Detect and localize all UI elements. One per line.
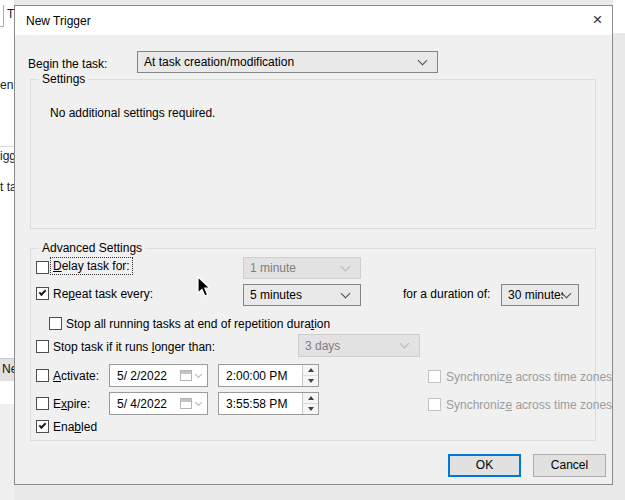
calendar-icon [180,370,192,381]
begin-task-select[interactable]: At task creation/modification [137,51,438,73]
expire-date-value: 5/ 4/2022 [110,397,180,411]
background-row-text-fragment: t ta [0,180,14,194]
spinner-up-icon [308,396,314,400]
stop-task-duration-select: 3 days [298,334,420,357]
spinner-up-button[interactable] [303,393,318,403]
spinner-up-icon [308,368,314,372]
settings-group-label: Settings [39,72,88,86]
stop-task-duration-value: 3 days [305,339,401,353]
activate-checkbox[interactable] [36,369,49,382]
calendar-icon-header [181,399,191,402]
spinner-down-icon [308,407,314,411]
stop-task-if-longer-checkbox[interactable] [36,340,49,353]
focus-rectangle: Delay task for: [51,258,132,274]
chevron-down-icon [341,261,351,271]
activate-sync-timezones-checkbox [428,370,441,383]
settings-message: No additional settings required. [50,106,215,120]
delay-duration-value: 1 minute [250,261,342,275]
dialog-titlebar[interactable]: New Trigger × [15,6,612,35]
begin-task-selected-value: At task creation/modification [144,55,419,69]
duration-value: 30 minutes [508,288,563,302]
duration-label: for a duration of: [403,287,490,301]
background-new-button-partial[interactable]: Ne [0,358,14,381]
activate-label[interactable]: Activate: [53,369,99,383]
expire-date-picker[interactable]: 5/ 4/2022 [109,392,208,415]
repeat-task-label[interactable]: Repeat task every: [53,287,153,301]
background-separator [0,146,14,147]
delay-task-checkbox[interactable] [36,261,49,274]
background-window-area [613,0,625,33]
repeat-task-checkbox[interactable] [36,287,49,300]
checkmark-icon [39,421,47,429]
enabled-label[interactable]: Enabled [53,420,97,434]
repeat-interval-select[interactable]: 5 minutes [243,284,361,306]
calendar-icon-header [181,371,191,374]
expire-checkbox[interactable] [36,397,49,410]
background-window-area [0,404,14,500]
close-icon[interactable]: × [583,6,612,35]
chevron-down-icon[interactable] [195,399,202,406]
expire-time-value: 3:55:58 PM [219,397,302,411]
stop-all-tasks-label[interactable]: Stop all running tasks at end of repetit… [66,317,330,331]
background-text-fragment: en y [0,78,14,92]
activate-time-value: 2:00:00 PM [219,369,302,383]
background-window-area [0,381,14,404]
dialog-title: New Trigger [26,14,91,28]
activate-time-spinner [302,365,318,386]
enabled-checkbox[interactable] [36,420,49,433]
begin-task-label: Begin the task: [28,57,107,71]
expire-time-field[interactable]: 3:55:58 PM [218,392,319,415]
chevron-down-icon [400,339,410,349]
background-window-area [0,0,14,358]
calendar-icon [180,398,192,409]
activate-date-value: 5/ 2/2022 [110,369,180,383]
ok-button[interactable]: OK [448,454,521,477]
new-trigger-dialog: New Trigger × Begin the task: At task cr… [14,5,613,485]
repeat-interval-value: 5 minutes [250,288,342,302]
spinner-up-button[interactable] [303,365,318,375]
spinner-down-button[interactable] [303,403,318,414]
advanced-settings-group-label: Advanced Settings [39,241,145,255]
activate-date-picker[interactable]: 5/ 2/2022 [109,364,208,387]
settings-group: Settings No additional settings required… [30,79,596,229]
expire-time-spinner [302,393,318,414]
expire-sync-timezones-label: Synchronize across time zones [446,398,612,412]
delay-task-label[interactable]: Delay task for: [51,259,132,273]
mouse-cursor-icon [197,276,213,298]
expire-sync-timezones-checkbox [428,398,441,411]
chevron-down-icon [562,288,572,298]
background-tab-border-bottom [0,26,4,27]
background-column-header-fragment: igge [0,149,14,163]
chevron-down-icon [418,55,428,65]
delay-duration-select: 1 minute [243,257,361,279]
checkmark-icon [39,288,47,296]
spinner-down-button[interactable] [303,375,318,386]
chevron-down-icon [341,288,351,298]
activate-time-field[interactable]: 2:00:00 PM [218,364,319,387]
stop-all-tasks-checkbox[interactable] [49,317,62,330]
activate-sync-timezones-label: Synchronize across time zones [446,370,612,384]
duration-select[interactable]: 30 minutes [501,284,579,306]
stop-task-if-longer-label[interactable]: Stop task if it runs longer than: [53,340,215,354]
background-tab-border [3,5,4,26]
spinner-down-icon [308,379,314,383]
chevron-down-icon[interactable] [195,371,202,378]
cancel-button[interactable]: Cancel [533,454,606,477]
expire-label[interactable]: Expire: [53,397,90,411]
